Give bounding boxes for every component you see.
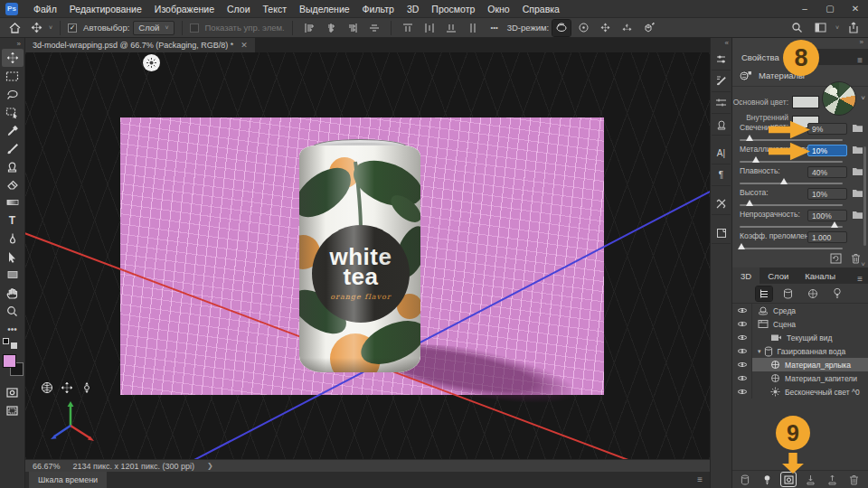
expander-chevron-icon[interactable]: ▾ [758, 348, 761, 355]
can-3d-model[interactable]: white tea orange flavor [298, 139, 421, 372]
height-value-field[interactable]: 10% [807, 188, 847, 200]
pan-camera-icon[interactable] [60, 380, 73, 394]
merge-3d-icon[interactable] [803, 473, 817, 486]
visibility-eye-icon[interactable] [732, 304, 752, 317]
libraries-panel-icon[interactable] [712, 193, 731, 215]
texture-folder-icon[interactable] [852, 145, 863, 155]
visibility-eye-icon[interactable] [732, 317, 752, 331]
delete-icon[interactable] [851, 253, 861, 264]
chevron-down-icon[interactable]: ˅ [835, 24, 839, 31]
dolly-camera-icon[interactable] [80, 380, 93, 394]
align-center-h-icon[interactable] [322, 20, 340, 36]
zoom-tool[interactable] [2, 302, 24, 320]
timeline-menu-icon[interactable]: ≡ [697, 472, 703, 488]
material-preview-sphere[interactable] [822, 81, 856, 116]
base-color-swatch[interactable] [792, 96, 819, 108]
gradient-tool[interactable] [2, 193, 24, 211]
menu-filter[interactable]: Фильтр [356, 4, 401, 14]
show-transform-checkbox[interactable] [190, 23, 199, 33]
3d-item-material-label[interactable]: Материал_ярлыка [732, 358, 868, 371]
export-3d-icon[interactable] [825, 473, 839, 486]
infinite-light-widget[interactable] [143, 54, 160, 71]
tab-properties[interactable]: Свойства [732, 49, 788, 65]
shine-slider[interactable] [740, 139, 843, 141]
distribute-h-icon[interactable] [420, 20, 439, 36]
strip-collapse-icon[interactable]: « [725, 39, 729, 47]
move-tool[interactable] [2, 49, 24, 67]
menu-edit[interactable]: Редактирование [63, 4, 148, 14]
3d-pan-icon[interactable] [596, 20, 614, 36]
eyedropper-tool[interactable] [2, 121, 24, 139]
opacity-value-field[interactable]: 100% [807, 210, 847, 221]
properties-scrollbar[interactable] [863, 146, 866, 246]
visibility-eye-icon[interactable] [732, 344, 752, 358]
autoselect-checkbox[interactable]: ✓ [68, 23, 77, 33]
character-panel-icon[interactable]: A| [712, 143, 731, 164]
search-icon[interactable] [788, 20, 807, 36]
status-chevron-icon[interactable]: ❯ [207, 462, 213, 470]
toolbar-collapse-icon[interactable]: » [17, 40, 21, 49]
notes-panel-icon[interactable] [712, 222, 731, 244]
new-light-icon[interactable] [760, 473, 774, 486]
properties-menu-icon[interactable]: ≡ [857, 55, 863, 65]
shape-tool[interactable] [2, 266, 24, 284]
object-selection-tool[interactable] [2, 103, 24, 121]
timeline-tab[interactable]: Шкала времени [29, 472, 107, 488]
3d-item-environment[interactable]: Среда [732, 304, 868, 317]
menu-help[interactable]: Справка [516, 4, 566, 14]
material-picker-chevron-icon[interactable]: ˅ [861, 94, 865, 102]
document-tab[interactable]: 3d-model-wrapping.psd @ 66.7% (Packaging… [25, 38, 255, 52]
workspace-switcher-icon[interactable] [812, 20, 830, 36]
distribute-top-icon[interactable] [399, 20, 417, 36]
menu-3d[interactable]: 3D [401, 4, 425, 14]
tab-layers[interactable]: Слои [760, 267, 797, 284]
add-image-based-light-button[interactable] [781, 473, 796, 486]
opacity-slider[interactable] [740, 226, 843, 228]
distribute-bottom-icon[interactable] [442, 20, 460, 36]
tab-3d[interactable]: 3D [732, 267, 760, 284]
refraction-slider[interactable] [740, 248, 843, 249]
menu-window[interactable]: Окно [481, 4, 515, 14]
hand-tool[interactable] [2, 284, 24, 302]
menu-view[interactable]: Просмотр [425, 4, 481, 14]
chevron-down-icon[interactable]: ˅ [49, 24, 52, 31]
orbit-camera-icon[interactable] [40, 380, 53, 394]
align-center-v-icon[interactable] [365, 20, 383, 36]
menu-file[interactable]: Файл [27, 4, 63, 14]
more-options-icon[interactable]: ••• [486, 20, 504, 36]
distribute-v-icon[interactable] [464, 20, 482, 36]
roughness-value-field[interactable]: 40% [807, 166, 847, 178]
visibility-eye-icon[interactable] [732, 385, 752, 399]
3d-item-mesh[interactable]: ▾Газированная вода [732, 344, 868, 358]
menu-image[interactable]: Изображение [148, 4, 221, 14]
autoselect-target-dropdown[interactable]: Слой˅ [133, 21, 174, 35]
brushes-panel-icon[interactable] [712, 70, 731, 92]
pen-tool[interactable] [2, 230, 24, 248]
texture-folder-icon[interactable] [852, 166, 863, 176]
app-logo-icon[interactable]: Ps [5, 3, 18, 15]
filter-meshes-icon[interactable] [780, 286, 797, 301]
visibility-eye-icon[interactable] [732, 331, 752, 344]
zoom-level[interactable]: 66.67% [33, 462, 61, 471]
align-right-icon[interactable] [344, 20, 362, 36]
roughness-slider[interactable] [740, 183, 843, 184]
metallic-slider[interactable] [740, 161, 843, 163]
brush-tool[interactable] [2, 139, 24, 157]
tab-close-icon[interactable]: ✕ [241, 41, 248, 50]
type-tool[interactable]: T [2, 211, 24, 230]
3d-item-material-cap[interactable]: Материал_капители [732, 371, 868, 385]
move-tool-preset-icon[interactable] [27, 20, 45, 36]
lasso-tool[interactable] [2, 85, 24, 103]
new-mesh-icon[interactable] [738, 473, 752, 486]
reset-material-icon[interactable] [830, 253, 842, 264]
texture-folder-icon[interactable] [852, 123, 863, 133]
default-colors-icon[interactable] [3, 338, 19, 349]
menu-select[interactable]: Выделение [293, 4, 356, 14]
texture-folder-icon[interactable] [852, 188, 863, 198]
shine-value-field[interactable]: 9% [807, 123, 847, 135]
toolbar-ellipsis-icon[interactable]: ••• [2, 320, 24, 338]
share-icon[interactable] [844, 20, 863, 36]
3d-slide-icon[interactable] [618, 20, 636, 36]
canvas-viewport[interactable]: white tea orange flavor [25, 52, 710, 459]
filter-scene-icon[interactable] [756, 286, 772, 301]
